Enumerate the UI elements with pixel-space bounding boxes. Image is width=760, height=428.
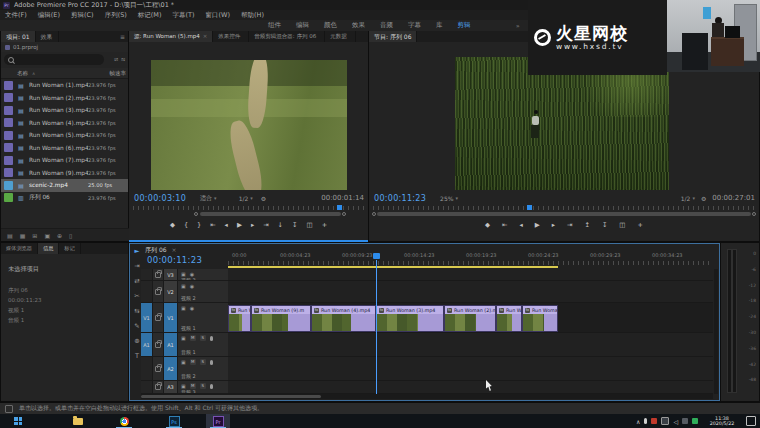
transport-button[interactable]: + [322, 221, 327, 229]
ime-icon[interactable] [682, 418, 688, 424]
transport-button[interactable]: ◫ [307, 221, 313, 229]
project-row[interactable]: ▤ Run Woman (2).mp4 23.976 fps [1, 92, 128, 105]
resolution-dropdown[interactable]: 1/2 [239, 195, 249, 202]
project-row[interactable]: ▤ Run Woman (3).mp4 23.976 fps [1, 104, 128, 117]
workspace-tab[interactable]: 编辑 [296, 21, 309, 30]
zoom-dropdown[interactable]: 25% [440, 195, 453, 202]
mute-button[interactable]: M [190, 359, 196, 365]
transport-button[interactable]: ◫ [619, 221, 625, 229]
time-ruler[interactable]: 00:0000:00:04:2300:00:09:2300:00:14:2300… [228, 252, 713, 260]
timeline-horizontal-scrollbar[interactable] [141, 394, 713, 399]
timeline-clip[interactable]: fx Run Woman (3).mp4 [376, 305, 444, 332]
audio-track-header[interactable]: A1 A1 ▣MS 音频 1 [141, 333, 228, 357]
recording-icon[interactable] [651, 418, 657, 424]
eye-icon[interactable]: ◉ [190, 283, 194, 289]
solo-button[interactable]: S [200, 335, 206, 341]
transport-button[interactable]: ▶ [535, 221, 540, 229]
project-row[interactable]: ▤ Run Woman (4).mp4 23.976 fps [1, 117, 128, 130]
taskbar-chrome[interactable] [112, 414, 136, 428]
column-framerate[interactable]: 帧速率 [110, 70, 127, 77]
program-playhead[interactable] [527, 205, 532, 210]
fit-dropdown[interactable]: 适合 [200, 194, 212, 203]
lock-icon[interactable] [153, 381, 164, 393]
close-icon[interactable]: × [203, 33, 208, 39]
transport-button[interactable]: ◆ [485, 221, 490, 229]
tool-button[interactable]: ⇄ [134, 277, 139, 285]
lock-icon[interactable] [153, 333, 164, 356]
tray-expand-icon[interactable]: ∧ [636, 418, 640, 425]
track-target-button[interactable]: A1 [164, 333, 178, 356]
menu-item[interactable]: 序列(S) [105, 11, 127, 20]
tool-button[interactable]: T [135, 352, 139, 360]
close-icon[interactable]: × [171, 246, 176, 253]
antivirus-icon[interactable] [692, 418, 698, 424]
source-patch[interactable] [141, 381, 153, 393]
project-row[interactable]: ▤ Run Woman (5).mp4 23.976 fps [1, 129, 128, 142]
voiceover-mic-icon[interactable] [210, 360, 213, 365]
label-color-chip[interactable] [4, 81, 13, 90]
program-video-preview[interactable] [455, 57, 669, 190]
project-footer-icon[interactable]: ⊞ [32, 232, 37, 239]
resolution-dropdown[interactable]: 1/2 [681, 195, 691, 202]
label-color-chip[interactable] [4, 93, 13, 102]
workspace-tab[interactable]: 字幕 [408, 21, 421, 30]
video-track-header[interactable]: V1 V1 ▣◉ 视频 1 [141, 303, 228, 333]
timeline-clip[interactable]: fx Run Woman (2).mp4 [444, 305, 496, 332]
source-patch[interactable]: A1 [141, 333, 153, 356]
menu-item[interactable]: 帮助(H) [241, 11, 264, 20]
transport-button[interactable]: ↧ [602, 221, 607, 229]
source-patch[interactable] [141, 281, 153, 302]
source-patch[interactable]: V1 [141, 303, 153, 332]
menu-item[interactable]: 字幕(T) [173, 11, 195, 20]
timeline-vertical-scrollbar[interactable] [714, 269, 718, 394]
project-row[interactable]: ▤ Run Woman (6).mp4 23.976 fps [1, 142, 128, 155]
voiceover-mic-icon[interactable] [210, 384, 213, 389]
project-row[interactable]: ▤ Run Woman (7).mp4 23.976 fps [1, 154, 128, 167]
volume-icon[interactable]: ◁ [673, 418, 678, 425]
work-area-bar[interactable] [228, 266, 558, 268]
toggle-sync-lock-icon[interactable]: ▣ [181, 359, 186, 365]
toggle-sync-lock-icon[interactable]: ▣ [181, 283, 186, 289]
program-scrub-ruler[interactable] [373, 206, 755, 210]
program-tab[interactable]: 节目: 序列 06 [369, 31, 417, 42]
lock-icon[interactable] [153, 303, 164, 332]
column-name[interactable]: 名称 [17, 70, 28, 77]
tool-button[interactable]: ⊕ [134, 337, 139, 345]
source-scrub-ruler[interactable] [133, 206, 364, 210]
transport-button[interactable]: ◂ [519, 221, 522, 229]
tool-button[interactable]: ⇥ [134, 262, 139, 270]
transport-button[interactable]: ↧ [292, 221, 297, 229]
taskbar-premiere[interactable]: Pr [206, 414, 230, 428]
track-target-button[interactable]: V3 [164, 269, 178, 280]
voiceover-mic-icon[interactable] [210, 336, 213, 341]
source-zoom-scrollbar[interactable] [200, 212, 341, 216]
chat-icon[interactable] [661, 417, 669, 425]
track-target-button[interactable]: V2 [164, 281, 178, 302]
project-list-header[interactable]: 名称 ∧ 帧速率 [1, 68, 128, 79]
source-tab[interactable]: 音频剪辑混合器: 序列 06 [249, 31, 325, 42]
mute-button[interactable]: M [190, 335, 196, 341]
menu-item[interactable]: 编辑(E) [38, 11, 60, 20]
taskbar-photoshop[interactable]: Ps [162, 414, 186, 428]
transport-button[interactable]: ▸ [552, 221, 555, 229]
transport-button[interactable]: ⇤ [210, 221, 215, 229]
filter-bin-icon[interactable]: ⧄ [114, 55, 118, 63]
sequence-tab[interactable]: 序列 06 × [145, 246, 177, 255]
time-ruler-ticks[interactable] [228, 261, 713, 265]
project-row[interactable]: ▤ scenic-2.mp4 25.00 fps [1, 179, 128, 192]
label-color-chip[interactable] [4, 156, 13, 165]
source-tab[interactable]: 元数据 [325, 31, 356, 42]
solo-button[interactable]: S [200, 359, 206, 365]
lock-icon[interactable] [153, 269, 164, 280]
source-patch[interactable] [141, 357, 153, 380]
transport-button[interactable]: ▶ [237, 221, 242, 229]
audio-track-header[interactable]: A2 ▣MS 音频 2 [141, 357, 228, 381]
video-track-header[interactable]: V2 ▣◉ 视频 2 [141, 281, 228, 303]
label-color-chip[interactable] [4, 168, 13, 177]
microphone-icon[interactable] [644, 418, 647, 424]
workspace-tab[interactable]: 库 [436, 21, 443, 30]
sort-asc-icon[interactable]: ∧ [32, 71, 35, 76]
toggle-sync-lock-icon[interactable]: ▣ [181, 305, 186, 311]
label-color-chip[interactable] [4, 106, 13, 115]
label-color-chip[interactable] [4, 131, 13, 140]
